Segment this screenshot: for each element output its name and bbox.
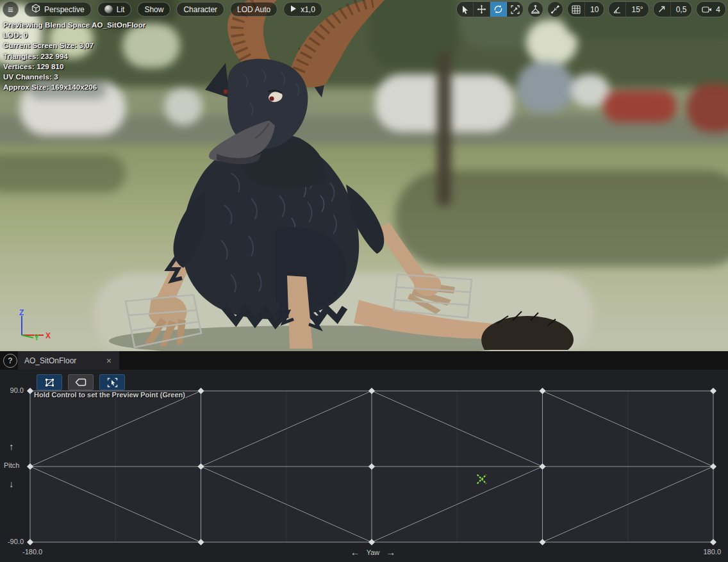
tab-title: AO_SitOnFloor [24, 356, 105, 365]
blendspace-panel: ? AO_SitOnFloor × Hold Control to set th… [0, 351, 728, 562]
rotation-snap-value: 15° [626, 5, 648, 14]
rotate-icon [493, 4, 503, 14]
gizmo-y-label: Y [34, 333, 39, 340]
label-tag-icon [75, 378, 87, 386]
viewport-toolbar-right: 10 15° 0,5 4 [456, 1, 726, 17]
move-tool-button[interactable] [474, 2, 490, 17]
yaw-axis-label: Yaw [367, 549, 380, 556]
yaw-max-label: 180.0 [699, 548, 721, 556]
scale-snap-value: 0,5 [671, 5, 692, 14]
viewport-toolbar-left: ≡ Perspective Lit Show Character LOD Aut… [3, 1, 322, 17]
grid-snap-control[interactable]: 10 [567, 1, 604, 17]
blendspace-editor-window: Previewing Blend Space AO_SitOnFloor LOD… [0, 0, 728, 562]
scale-snap-icon [654, 2, 671, 17]
stats-line: Approx Size: 169x140x206 [3, 82, 145, 92]
move-icon [477, 4, 486, 14]
tab-ao-sitonfloor[interactable]: AO_SitOnFloor × [18, 351, 119, 370]
pitch-max-label: 90.0 [0, 386, 24, 394]
lit-label: Lit [117, 5, 125, 14]
stats-line: Vertices: 129 810 [3, 62, 145, 72]
scale-snap-control[interactable]: 0,5 [653, 1, 693, 17]
rotation-snap-control[interactable]: 15° [608, 1, 649, 17]
angle-snap-icon [609, 2, 626, 17]
rotate-tool-button[interactable] [490, 2, 507, 17]
playback-speed-value: x1,0 [301, 5, 315, 14]
playback-speed-button[interactable]: x1,0 [283, 2, 322, 17]
pitch-min-label: -90.0 [0, 538, 24, 545]
pitch-up-arrow-icon: ↑ [9, 441, 14, 452]
yaw-right-arrow-icon: → [386, 547, 395, 558]
grid-snap-value: 10 [585, 5, 604, 14]
blendspace-grid[interactable] [0, 370, 728, 562]
character-label: Character [183, 5, 217, 14]
surface-snap-icon [531, 4, 540, 14]
preview-stats: Previewing Blend Space AO_SitOnFloor LOD… [3, 20, 145, 92]
vertex-snap-icon [550, 4, 560, 14]
viewport-menu-button[interactable]: ≡ [3, 1, 19, 17]
camera-icon [697, 2, 715, 17]
transform-tools-group [456, 1, 524, 17]
preview-point-hint: Hold Control to set the Preview Point (G… [34, 391, 185, 399]
preview-point-toggle-button[interactable] [99, 374, 125, 390]
gizmo-z-label: Z [19, 310, 24, 317]
cube-icon [31, 4, 40, 15]
grid-snap-icon [568, 2, 585, 17]
yaw-left-arrow-icon: ← [351, 547, 360, 558]
cursor-icon [461, 5, 469, 14]
show-label: Show [144, 5, 163, 14]
lod-label: LOD Auto [237, 5, 270, 14]
yaw-min-label: -180.0 [22, 548, 42, 556]
surface-snapping-button[interactable] [527, 1, 543, 17]
pitch-down-arrow-icon: ↓ [9, 478, 14, 489]
show-button[interactable]: Show [137, 2, 170, 17]
help-button[interactable]: ? [3, 354, 17, 368]
labels-toggle-button[interactable] [68, 374, 94, 390]
preview-viewport[interactable]: Previewing Blend Space AO_SitOnFloor LOD… [0, 0, 728, 351]
scale-icon [511, 5, 520, 14]
menu-icon: ≡ [8, 4, 13, 14]
help-icon: ? [8, 356, 12, 365]
camera-speed-value: 4 [715, 5, 725, 14]
tab-close-icon[interactable]: × [105, 356, 113, 365]
gizmo-x-label: X [46, 331, 51, 340]
tab-bar: ? AO_SitOnFloor × [0, 351, 728, 370]
character-button[interactable]: Character [176, 2, 224, 17]
camera-speed-control[interactable]: 4 [696, 1, 726, 17]
scale-tool-button[interactable] [507, 2, 523, 17]
lod-auto-button[interactable]: LOD Auto [230, 2, 277, 17]
triangulation-toggle-button[interactable] [37, 374, 62, 390]
perspective-label: Perspective [44, 5, 85, 14]
blendspace-toolbar [37, 374, 125, 390]
select-tool-button[interactable] [457, 2, 474, 17]
stats-line: LOD: 0 [3, 30, 145, 40]
pitch-axis-label: Pitch [4, 461, 19, 469]
lit-button[interactable]: Lit [97, 2, 132, 17]
stats-line: UV Channels: 3 [3, 72, 145, 82]
triangulation-icon [44, 377, 55, 388]
perspective-button[interactable]: Perspective [24, 2, 92, 17]
stats-line: Current Screen Size: 3,07 [3, 40, 145, 51]
stats-line: Triangles: 232 994 [3, 51, 145, 62]
stats-line: Previewing Blend Space AO_SitOnFloor [3, 20, 145, 30]
play-icon [290, 5, 297, 14]
axis-gizmo: Z X Y [14, 310, 55, 340]
vertex-snapping-button[interactable] [547, 1, 563, 17]
lit-sphere-icon [104, 5, 113, 13]
preview-select-icon [107, 377, 118, 388]
